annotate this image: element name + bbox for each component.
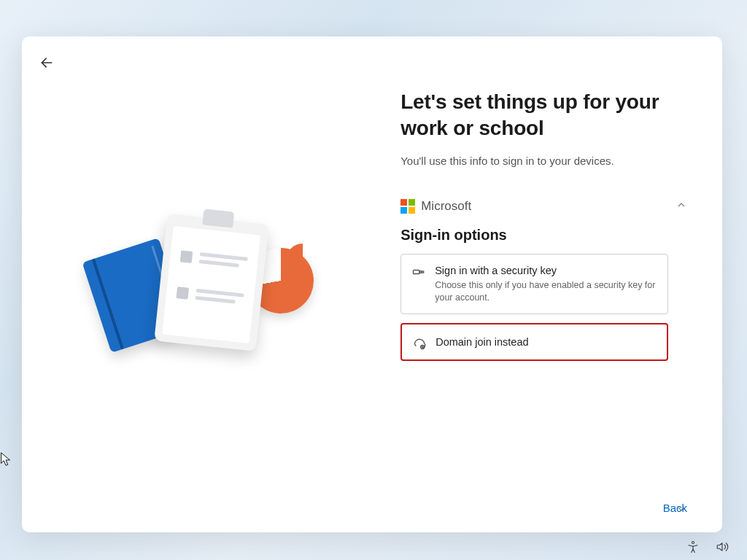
option-security-key-title: Sign in with a security key <box>435 265 656 276</box>
page-title: Let's set things up for your work or sch… <box>400 89 687 141</box>
option-security-key-desc: Choose this only if you have enabled a s… <box>435 279 656 304</box>
microsoft-label: Microsoft <box>421 199 471 214</box>
accessibility-button[interactable] <box>686 540 700 554</box>
security-key-icon <box>411 265 426 279</box>
clipboard-icon <box>154 214 269 351</box>
signin-options-heading: Sign-in options <box>400 227 668 244</box>
page-subtitle: You'll use this info to sign in to your … <box>400 155 687 167</box>
accessibility-icon <box>686 540 700 553</box>
option-security-key[interactable]: Sign in with a security key Choose this … <box>400 254 668 315</box>
footer: Back <box>663 502 687 515</box>
option-domain-join[interactable]: Domain join instead <box>400 323 668 361</box>
domain-join-icon <box>412 336 427 351</box>
microsoft-logo-icon <box>400 199 415 214</box>
svg-rect-2 <box>419 271 422 273</box>
svg-marker-7 <box>717 543 722 551</box>
mouse-cursor-icon <box>0 452 12 467</box>
volume-button[interactable] <box>715 540 729 554</box>
taskbar-tray <box>686 540 729 554</box>
microsoft-brand: Microsoft <box>400 199 668 214</box>
illustration-pane <box>22 36 386 532</box>
svg-point-6 <box>692 542 694 544</box>
content-pane: Let's set things up for your work or sch… <box>386 36 722 532</box>
back-link[interactable]: Back <box>663 502 687 514</box>
svg-rect-1 <box>414 270 419 273</box>
oobe-card: Let's set things up for your work or sch… <box>22 36 722 532</box>
scroll-up-icon[interactable] <box>676 199 687 211</box>
volume-icon <box>716 540 729 553</box>
illustration <box>95 204 314 365</box>
scrollbar[interactable] <box>676 199 687 515</box>
scroll-area: Microsoft Sign-in options Sign in with a… <box>400 199 687 515</box>
option-domain-join-title: Domain join instead <box>436 336 655 348</box>
